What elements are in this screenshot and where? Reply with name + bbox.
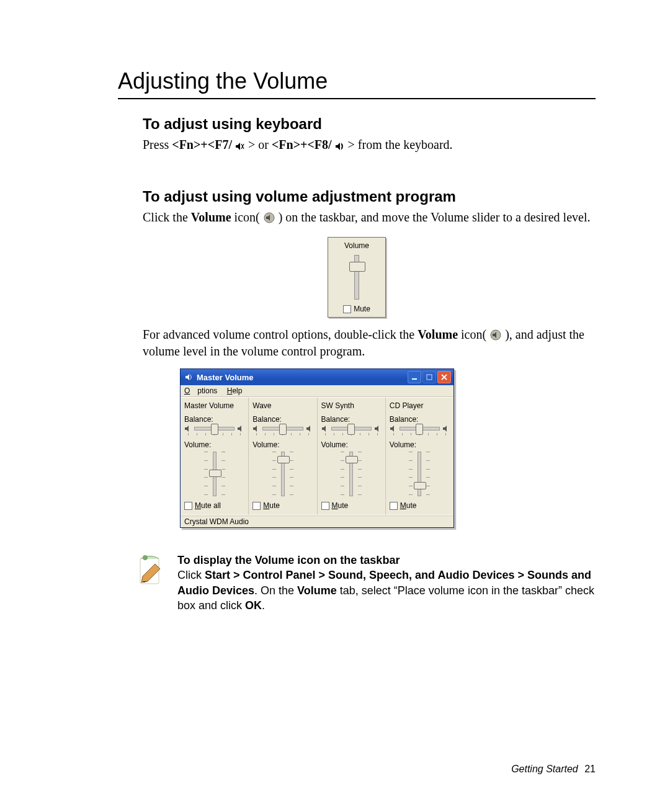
speaker-icon	[306, 425, 313, 432]
volume-popup-thumb[interactable]	[349, 262, 365, 272]
balance-label: Balance:	[184, 415, 244, 424]
volume-tray-icon	[489, 329, 502, 341]
section2-body-2: For advanced volume control options, dou…	[143, 326, 596, 360]
balance-thumb[interactable]	[211, 424, 218, 435]
text: . On the	[254, 584, 297, 597]
mute-checkbox[interactable]: Mute	[390, 501, 450, 510]
balance-slider[interactable]	[252, 425, 313, 432]
checkbox-icon[interactable]	[184, 502, 192, 510]
mute-checkbox[interactable]: Mute	[252, 501, 313, 510]
speaker-icon	[237, 425, 244, 432]
note-title: To display the Volume icon on the taskba…	[177, 554, 400, 566]
window-menu-bar: Options Help	[181, 385, 453, 397]
volume-label: Volume:	[390, 440, 450, 449]
balance-slider[interactable]	[390, 425, 450, 432]
volume-slider[interactable]	[184, 452, 244, 496]
mute-label: Mute all	[195, 501, 221, 510]
footer-page-number: 21	[584, 764, 596, 774]
text: Press	[143, 138, 172, 151]
window-titlebar[interactable]: Master Volume	[181, 369, 453, 385]
mute-checkbox[interactable]: Mute all	[184, 501, 244, 510]
checkbox-icon[interactable]	[343, 305, 351, 313]
text: > from the keyboard.	[348, 138, 453, 151]
text-bold: Volume	[418, 328, 458, 341]
page-footer: Getting Started 21	[511, 764, 596, 775]
text: Click the	[143, 210, 191, 224]
volume-thumb[interactable]	[209, 470, 221, 477]
master-volume-window: Master Volume Options Help Master Volume…	[180, 368, 454, 528]
section-heading-program: To adjust using volume adjustment progra…	[143, 188, 596, 205]
checkbox-icon[interactable]	[252, 502, 261, 510]
mute-label: Mute	[354, 305, 370, 313]
section2-body-1: Click the Volume icon( ) on the taskbar,…	[143, 209, 596, 226]
volume-popup-slider[interactable]	[354, 255, 359, 300]
section1-body: Press <Fn>+<F7/ > or <Fn>+<F8/ > from th…	[143, 136, 596, 153]
mixer-panel: CD PlayerBalance:Volume:Mute	[386, 398, 453, 515]
volume-popup: Volume Mute	[328, 237, 386, 318]
mute-label: Mute	[332, 501, 349, 510]
volume-slider[interactable]	[321, 452, 382, 496]
volume-popup-mute[interactable]: Mute	[331, 305, 383, 313]
volume-label: Volume:	[184, 440, 244, 449]
ok-label: OK	[245, 599, 262, 612]
speaker-icon	[442, 425, 450, 432]
window-title: Master Volume	[197, 373, 404, 382]
balance-slider[interactable]	[321, 425, 382, 432]
footer-section: Getting Started	[511, 764, 578, 774]
title-rule	[118, 98, 596, 99]
minimize-button[interactable]	[408, 371, 421, 383]
volume-tray-icon	[263, 212, 275, 223]
note-pencil-icon	[136, 553, 165, 590]
menu-options[interactable]: Options	[184, 386, 217, 395]
volume-thumb[interactable]	[277, 456, 290, 463]
balance-label: Balance:	[252, 415, 313, 424]
window-status-bar: Crystal WDM Audio	[181, 515, 453, 527]
volume-slider[interactable]	[390, 452, 450, 496]
svg-point-5	[143, 555, 148, 560]
hotkey-fn-f8: <Fn>+<F8/	[272, 138, 332, 151]
text-bold: Volume	[191, 210, 231, 224]
balance-slider[interactable]	[184, 425, 244, 432]
mixer-panel: SW SynthBalance:Volume:Mute	[318, 398, 386, 515]
volume-slider[interactable]	[252, 452, 313, 496]
panel-title: Wave	[252, 401, 313, 410]
maximize-button[interactable]	[422, 371, 436, 383]
checkbox-icon[interactable]	[321, 502, 329, 510]
close-icon	[441, 374, 447, 380]
speaker-icon	[321, 425, 329, 432]
volume-label: Volume:	[321, 440, 382, 449]
mute-checkbox[interactable]: Mute	[321, 501, 382, 510]
volume-thumb[interactable]	[414, 482, 426, 489]
text: .	[262, 599, 265, 612]
text: ) on the taskbar, and move the Volume sl…	[279, 210, 591, 224]
volume-thumb[interactable]	[346, 456, 358, 463]
balance-thumb[interactable]	[279, 424, 287, 435]
balance-label: Balance:	[390, 415, 450, 424]
hotkey-fn-f7: <Fn>+<F7/	[172, 138, 232, 151]
mute-label: Mute	[400, 501, 417, 510]
section-heading-keyboard: To adjust using keyboard	[143, 115, 596, 133]
text: icon(	[231, 210, 260, 224]
text: > or	[248, 138, 272, 151]
svg-rect-2	[412, 378, 417, 380]
checkbox-icon[interactable]	[390, 502, 398, 510]
balance-thumb[interactable]	[416, 424, 423, 435]
volume-up-icon	[335, 142, 345, 151]
panel-title: CD Player	[390, 401, 450, 410]
balance-thumb[interactable]	[347, 424, 355, 435]
note-block: To display the Volume icon on the taskba…	[136, 553, 596, 613]
menu-help[interactable]: Help	[227, 386, 243, 395]
volume-tab-label: Volume	[297, 584, 337, 597]
app-icon	[184, 373, 193, 381]
maximize-icon	[426, 374, 432, 380]
speaker-icon	[390, 425, 397, 432]
speaker-icon	[252, 425, 260, 432]
mixer-panel: Master VolumeBalance:Volume:Mute all	[181, 398, 249, 515]
close-button[interactable]	[437, 371, 451, 383]
page-title: Adjusting the Volume	[118, 68, 596, 94]
volume-label: Volume:	[252, 440, 313, 449]
note-body: To display the Volume icon on the taskba…	[177, 553, 596, 613]
svg-rect-3	[427, 375, 432, 380]
text: For advanced volume control options, dou…	[143, 328, 418, 341]
panel-title: SW Synth	[321, 401, 382, 410]
